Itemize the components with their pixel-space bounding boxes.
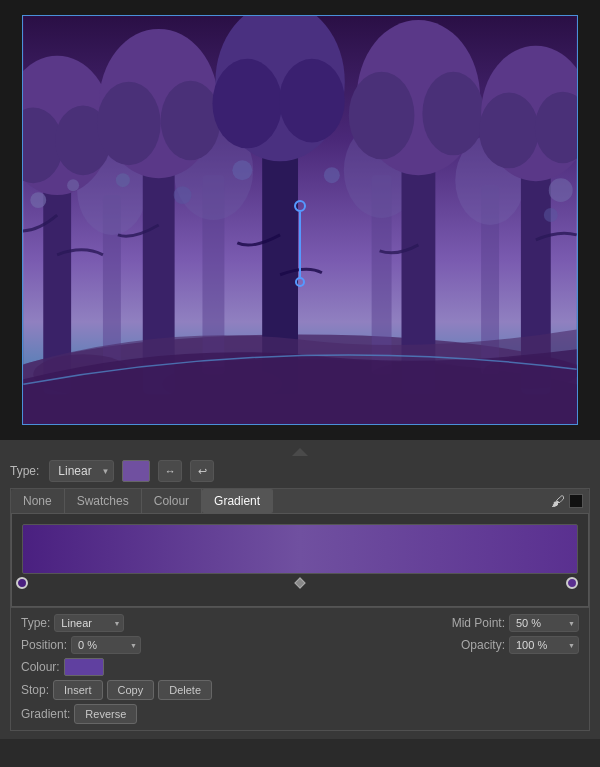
position-select[interactable]: 0 % 50 % 100 % [71, 636, 141, 654]
svg-point-22 [279, 59, 345, 143]
midpoint-ctrl: Mid Point: 50 % 25 % 75 % [452, 614, 579, 632]
delete-button[interactable]: Delete [158, 680, 212, 700]
tabs-row: None Swatches Colour Gradient 🖌 [11, 489, 589, 513]
midpoint-label: Mid Point: [452, 616, 505, 630]
tab-none[interactable]: None [11, 489, 65, 513]
svg-point-34 [174, 186, 192, 204]
gradient-type-ctrl: Type: Linear Radial [21, 614, 124, 632]
type-midpoint-row: Type: Linear Radial Mid Point: 50 % 25 % [21, 614, 579, 632]
copy-button[interactable]: Copy [107, 680, 155, 700]
colour-row: Colour: [21, 658, 579, 676]
canvas-area [0, 0, 600, 440]
svg-point-29 [479, 93, 539, 169]
tab-swatches[interactable]: Swatches [65, 489, 142, 513]
controls-area: Type: Linear Radial Mid Point: 50 % 25 % [11, 607, 589, 730]
svg-point-35 [232, 160, 252, 180]
gradient-type-select-wrapper[interactable]: Linear Radial [54, 614, 124, 632]
bottom-panel: Type: Linear Radial Angle ↔ ↩ None Swatc… [0, 440, 600, 739]
colour-swatch[interactable] [64, 658, 104, 676]
reverse-icon-btn[interactable]: ↔ [158, 460, 182, 482]
svg-point-36 [324, 167, 340, 183]
opacity-select[interactable]: 100 % 75 % 50 % [509, 636, 579, 654]
canvas-image [22, 15, 578, 425]
tab-colour[interactable]: Colour [142, 489, 202, 513]
gradient-type-label: Type: [21, 616, 50, 630]
color-box[interactable] [569, 494, 583, 508]
colour-label: Colour: [21, 660, 60, 674]
gradient-label: Gradient: [21, 707, 70, 721]
opacity-ctrl: Opacity: 100 % 75 % 50 % [461, 636, 579, 654]
type-row: Type: Linear Radial Angle ↔ ↩ [10, 460, 590, 482]
gradient-reverse-row: Gradient: Reverse [21, 704, 579, 724]
gradient-handle[interactable] [294, 200, 306, 287]
position-label: Position: [21, 638, 67, 652]
opacity-label: Opacity: [461, 638, 505, 652]
reverse-button[interactable]: Reverse [74, 704, 137, 724]
position-select-wrapper[interactable]: 0 % 50 % 100 % [71, 636, 141, 654]
gradient-bar[interactable] [22, 524, 578, 574]
paint-icon[interactable]: 🖌 [551, 493, 565, 509]
midpoint-select[interactable]: 50 % 25 % 75 % [509, 614, 579, 632]
panel-arrow [292, 448, 308, 456]
gradient-bar-wrapper [22, 524, 578, 592]
gradient-stop-right[interactable] [566, 577, 578, 589]
gradient-type-select[interactable]: Linear Radial [54, 614, 124, 632]
position-opacity-row: Position: 0 % 50 % 100 % Opacity: 100 % [21, 636, 579, 654]
insert-button[interactable]: Insert [53, 680, 103, 700]
svg-point-26 [422, 72, 484, 156]
gradient-stop-mid[interactable] [294, 577, 305, 588]
tabs-container: None Swatches Colour Gradient 🖌 [10, 488, 590, 731]
gradient-handle-top[interactable] [294, 200, 306, 212]
gradient-stop-left[interactable] [16, 577, 28, 589]
svg-point-25 [349, 72, 415, 160]
header-color-preview[interactable] [122, 460, 150, 482]
svg-point-33 [116, 173, 130, 187]
midpoint-select-wrapper[interactable]: 50 % 25 % 75 % [509, 614, 579, 632]
gradient-handle-bottom[interactable] [295, 277, 305, 287]
tab-gradient[interactable]: Gradient [202, 489, 273, 513]
type-select-wrapper[interactable]: Linear Radial Angle [49, 460, 114, 482]
stop-label: Stop: [21, 683, 49, 697]
swap-icon-btn[interactable]: ↩ [190, 460, 214, 482]
tab-icons: 🖌 [545, 490, 589, 512]
svg-point-32 [67, 179, 79, 191]
svg-point-21 [212, 59, 282, 149]
svg-point-31 [30, 192, 46, 208]
gradient-handle-line [299, 212, 301, 277]
svg-point-18 [161, 81, 221, 161]
type-select[interactable]: Linear Radial Angle [49, 460, 114, 482]
svg-point-38 [544, 208, 558, 222]
opacity-select-wrapper[interactable]: 100 % 75 % 50 % [509, 636, 579, 654]
svg-point-37 [549, 178, 573, 202]
stop-row: Stop: Insert Copy Delete [21, 680, 579, 700]
position-ctrl: Position: 0 % 50 % 100 % [21, 636, 141, 654]
gradient-bar-container [11, 513, 589, 607]
type-label: Type: [10, 464, 39, 478]
svg-point-17 [97, 82, 161, 166]
